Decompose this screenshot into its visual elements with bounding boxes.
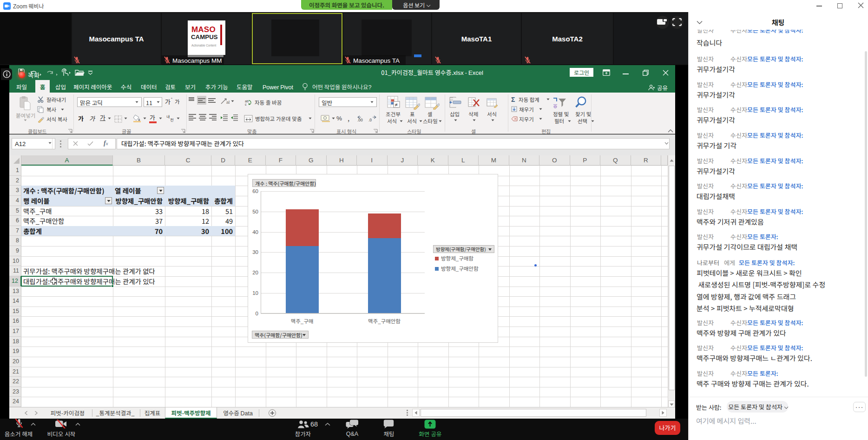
svg-text:.0: .0 [368,118,372,122]
svg-text:≠: ≠ [395,102,398,107]
svg-text:내: 내 [166,114,170,119]
svg-text:.00: .00 [357,118,363,122]
svg-text:ab: ab [245,100,249,103]
svg-text:c: c [245,103,247,106]
svg-text:천: 천 [170,117,173,122]
svg-text:ab: ab [226,100,230,105]
